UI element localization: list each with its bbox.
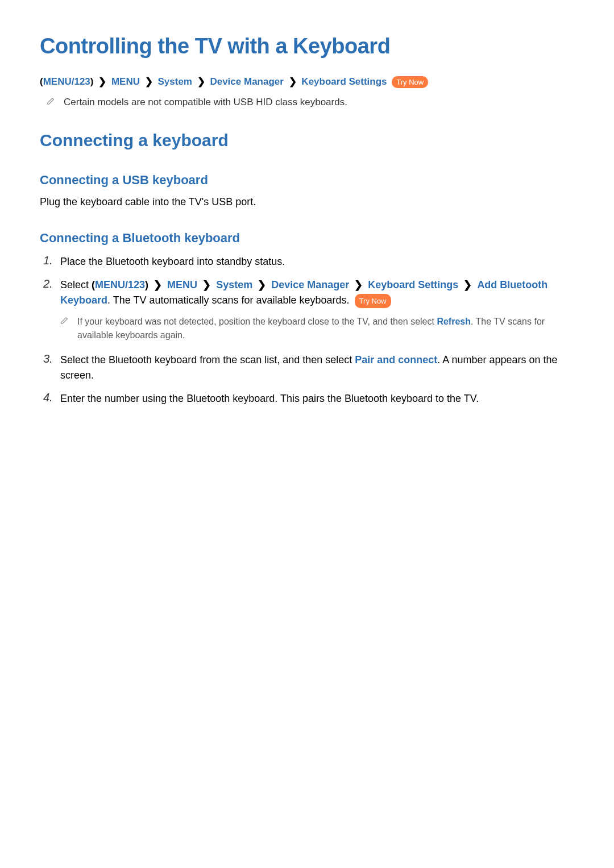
usb-keyboard-body: Plug the keyboard cable into the TV's US…	[40, 196, 574, 208]
chevron-right-icon: ❯	[98, 76, 106, 88]
step-number: 2.	[43, 277, 60, 290]
step-prefix: Select	[60, 279, 92, 290]
page-title: Controlling the TV with a Keyboard	[40, 34, 574, 59]
try-now-button[interactable]: Try Now	[392, 76, 428, 88]
bluetooth-steps: 1. Place the Bluetooth keyboard into sta…	[40, 254, 574, 406]
bc-keyboard-settings[interactable]: Keyboard Settings	[301, 76, 387, 87]
chevron-right-icon: ❯	[258, 277, 266, 293]
chevron-right-icon: ❯	[197, 76, 205, 88]
subtitle-bluetooth-keyboard: Connecting a Bluetooth keyboard	[40, 231, 574, 246]
chevron-right-icon: ❯	[154, 277, 162, 293]
try-now-button[interactable]: Try Now	[355, 294, 391, 309]
step-3: 3. Select the Bluetooth keyboard from th…	[40, 352, 574, 383]
compatibility-note: Certain models are not compatible with U…	[47, 97, 574, 108]
paren-close: )	[145, 279, 148, 290]
pair-and-connect-link[interactable]: Pair and connect	[355, 354, 437, 366]
bc-device-manager[interactable]: Device Manager	[271, 279, 349, 290]
paren-close: )	[90, 76, 94, 87]
step-number: 3.	[43, 352, 60, 366]
step-suffix: . The TV automatically scans for availab…	[107, 294, 352, 306]
bc-menu123[interactable]: MENU/123	[95, 279, 145, 290]
step-text: Enter the number using the Bluetooth key…	[60, 391, 574, 406]
bc-keyboard-settings[interactable]: Keyboard Settings	[368, 279, 458, 290]
bc-menu123[interactable]: MENU/123	[43, 76, 90, 87]
section-connecting-keyboard: Connecting a keyboard	[40, 131, 574, 150]
refresh-link[interactable]: Refresh	[437, 317, 471, 326]
step-4: 4. Enter the number using the Bluetooth …	[40, 391, 574, 406]
chevron-right-icon: ❯	[289, 76, 297, 88]
bc-menu[interactable]: MENU	[111, 76, 140, 87]
step-1: 1. Place the Bluetooth keyboard into sta…	[40, 254, 574, 269]
step-text: Place the Bluetooth keyboard into standb…	[60, 254, 574, 269]
chevron-right-icon: ❯	[463, 277, 472, 293]
bc-system[interactable]: System	[216, 279, 252, 290]
note-part-a: If your keyboard was not detected, posit…	[77, 317, 437, 326]
bc-menu[interactable]: MENU	[167, 279, 197, 290]
step-number: 1.	[43, 254, 60, 267]
chevron-right-icon: ❯	[354, 277, 363, 293]
subtitle-usb-keyboard: Connecting a USB keyboard	[40, 173, 574, 188]
breadcrumb-main: (MENU/123) ❯ MENU ❯ System ❯ Device Mana…	[40, 76, 574, 88]
chevron-right-icon: ❯	[145, 76, 153, 88]
bc-device-manager[interactable]: Device Manager	[210, 76, 283, 87]
step-content: Select (MENU/123) ❯ MENU ❯ System ❯ Devi…	[60, 277, 574, 344]
step-text: Select the Bluetooth keyboard from the s…	[60, 352, 574, 383]
step-2-note: If your keyboard was not detected, posit…	[60, 315, 574, 342]
step-2: 2. Select (MENU/123) ❯ MENU ❯ System ❯ D…	[40, 277, 574, 344]
chevron-right-icon: ❯	[202, 277, 211, 293]
note-text: If your keyboard was not detected, posit…	[77, 315, 574, 342]
step-number: 4.	[43, 391, 60, 404]
note-text: Certain models are not compatible with U…	[64, 97, 347, 108]
pencil-icon	[47, 97, 55, 107]
pencil-icon	[60, 315, 68, 329]
step-part-a: Select the Bluetooth keyboard from the s…	[60, 354, 355, 366]
bc-system[interactable]: System	[157, 76, 192, 87]
